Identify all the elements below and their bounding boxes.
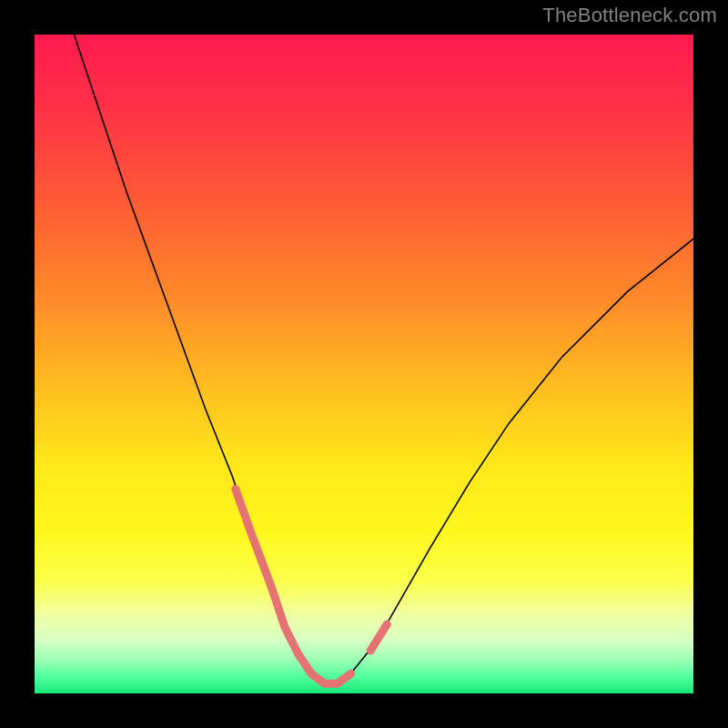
chart-frame: TheBottleneck.com xyxy=(0,0,728,728)
plot-area xyxy=(35,35,693,693)
watermark-text: TheBottleneck.com xyxy=(542,4,717,27)
highlight-segment-0 xyxy=(236,490,351,684)
highlight-segment-1 xyxy=(370,624,387,651)
bottleneck-curve xyxy=(74,35,693,683)
chart-svg xyxy=(35,35,693,693)
